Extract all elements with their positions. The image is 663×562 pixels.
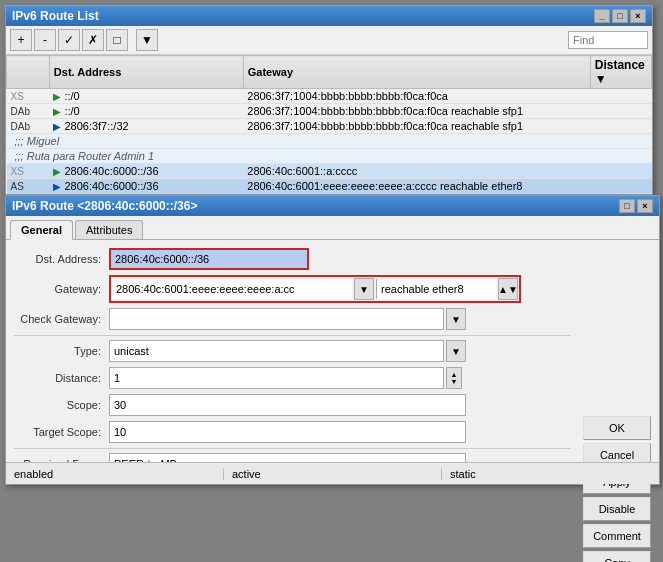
row-flag: DAb	[11, 121, 30, 132]
type-label: Type:	[14, 345, 109, 357]
col-dst[interactable]: Dst. Address	[49, 56, 243, 89]
tab-bar: General Attributes	[6, 216, 659, 240]
target-scope-input[interactable]	[109, 421, 466, 443]
distance-input[interactable]	[109, 367, 444, 389]
filter-button[interactable]: ▼	[136, 29, 158, 51]
gateway-inputs: ▼ ▲▼	[109, 275, 521, 303]
gateway-label: Gateway:	[14, 283, 109, 295]
arrow-icon: ▶	[53, 91, 61, 102]
comment-button[interactable]: □	[106, 29, 128, 51]
gateway-dropdown-button[interactable]: ▼	[354, 278, 374, 300]
check-gateway-dropdown-button[interactable]: ▼	[446, 308, 466, 330]
list-window: IPv6 Route List _ □ × + - ✓ ✗ □ ▼ Dst. A…	[5, 5, 653, 195]
distance-inputs: ▲ ▼	[109, 367, 462, 389]
row-flag: DAb	[11, 106, 30, 117]
gateway-right-dropdown-button[interactable]: ▲▼	[498, 278, 518, 300]
col-flag[interactable]	[7, 56, 50, 89]
gateway-input[interactable]	[112, 279, 352, 299]
maximize-button[interactable]: □	[612, 9, 628, 23]
check-gateway-label: Check Gateway:	[14, 313, 109, 325]
distance-scroll-button[interactable]: ▲ ▼	[446, 367, 462, 389]
list-window-titlebar: IPv6 Route List _ □ ×	[6, 6, 652, 26]
type-input[interactable]	[109, 340, 444, 362]
list-window-title: IPv6 Route List	[12, 9, 594, 23]
detail-window: IPv6 Route <2806:40c:6000::/36> □ × Gene…	[5, 195, 660, 485]
status-static: static	[442, 468, 659, 480]
check-gateway-input[interactable]	[109, 308, 444, 330]
status-enabled: enabled	[6, 468, 224, 480]
disable-button[interactable]: Disable	[583, 497, 651, 521]
arrow-icon: ▶	[53, 166, 61, 177]
detail-title-buttons: □ ×	[619, 199, 653, 213]
arrow-icon: ▶	[53, 121, 61, 132]
remove-button[interactable]: -	[34, 29, 56, 51]
status-bar: enabled active static	[6, 462, 659, 484]
gateway-row: Gateway: ▼ ▲▼	[14, 275, 571, 303]
dst-address-label: Dst. Address:	[14, 253, 109, 265]
status-active: active	[224, 468, 442, 480]
cross-button[interactable]: ✗	[82, 29, 104, 51]
gateway-right-input[interactable]	[376, 279, 496, 299]
arrow-icon: ▶	[53, 106, 61, 117]
target-scope-label: Target Scope:	[14, 426, 109, 438]
close-button[interactable]: ×	[630, 9, 646, 23]
list-title-buttons: _ □ ×	[594, 9, 646, 23]
tab-attributes[interactable]: Attributes	[75, 220, 143, 239]
add-button[interactable]: +	[10, 29, 32, 51]
form-area: Dst. Address: Gateway: ▼ ▲▼ Check Gatewa…	[6, 240, 659, 484]
comment-button[interactable]: Comment	[583, 524, 651, 548]
detail-close-button[interactable]: ×	[637, 199, 653, 213]
detail-title: IPv6 Route <2806:40c:6000::/36>	[12, 199, 619, 213]
table-row[interactable]: XS ▶ 2806:40c:6000::/36 2806:40c:6001::a…	[7, 164, 652, 179]
route-table-container: Dst. Address Gateway Distance ▼ XS ▶ ::/…	[6, 55, 652, 194]
detail-minimize-button[interactable]: □	[619, 199, 635, 213]
table-row[interactable]: AS ▶ 2806:40c:6000::/36 2806:40c:6001:ee…	[7, 179, 652, 194]
type-inputs: ▼	[109, 340, 466, 362]
target-scope-row: Target Scope:	[14, 421, 571, 443]
detail-titlebar: IPv6 Route <2806:40c:6000::/36> □ ×	[6, 196, 659, 216]
route-table: Dst. Address Gateway Distance ▼ XS ▶ ::/…	[6, 55, 652, 194]
check-gateway-row: Check Gateway: ▼	[14, 308, 571, 330]
table-row-group: ;;; Miguel	[7, 134, 652, 149]
col-gateway[interactable]: Gateway	[243, 56, 590, 89]
type-row: Type: ▼	[14, 340, 571, 362]
distance-row: Distance: ▲ ▼	[14, 367, 571, 389]
scope-input[interactable]	[109, 394, 466, 416]
copy-button[interactable]: Copy	[583, 551, 651, 562]
table-row[interactable]: DAb ▶ ::/0 2806:3f7:1004:bbbb:bbbb:bbbb:…	[7, 104, 652, 119]
row-flag: AS	[11, 181, 24, 192]
table-row[interactable]: DAb ▶ 2806:3f7::/32 2806:3f7:1004:bbbb:b…	[7, 119, 652, 134]
check-button[interactable]: ✓	[58, 29, 80, 51]
scope-row: Scope:	[14, 394, 571, 416]
action-buttons: OK Cancel Apply Disable Comment Copy Rem…	[583, 416, 651, 562]
scope-label: Scope:	[14, 399, 109, 411]
row-flag: XS	[11, 166, 24, 177]
table-row-group: ;;; Ruta para Router Admin 1	[7, 149, 652, 164]
find-input[interactable]	[568, 31, 648, 49]
table-row[interactable]: XS ▶ ::/0 2806:3f7:1004:bbbb:bbbb:bbbb:f…	[7, 89, 652, 104]
arrow-icon: ▶	[53, 181, 61, 192]
col-distance[interactable]: Distance ▼	[590, 56, 651, 89]
minimize-button[interactable]: _	[594, 9, 610, 23]
tab-general[interactable]: General	[10, 220, 73, 240]
check-gateway-inputs: ▼	[109, 308, 466, 330]
dst-address-row: Dst. Address:	[14, 248, 571, 270]
ok-button[interactable]: OK	[583, 416, 651, 440]
list-toolbar: + - ✓ ✗ □ ▼	[6, 26, 652, 55]
distance-label: Distance:	[14, 372, 109, 384]
row-flag: XS	[11, 91, 24, 102]
type-dropdown-button[interactable]: ▼	[446, 340, 466, 362]
dst-address-input[interactable]	[109, 248, 309, 270]
